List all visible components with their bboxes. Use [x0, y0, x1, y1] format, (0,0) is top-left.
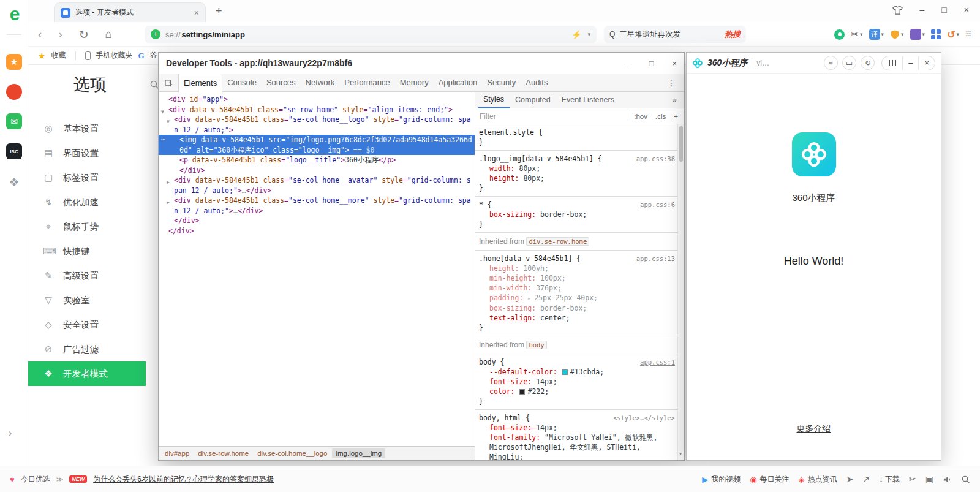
miniapp-close-button[interactable]: ×	[918, 56, 935, 70]
stylesheet-link[interactable]: app.css:6	[640, 200, 675, 210]
miniapp-clover-icon[interactable]: ❖	[6, 174, 22, 190]
devtools-tab-performance[interactable]: Performance	[339, 74, 394, 91]
expand-icon[interactable]: ▸	[527, 295, 534, 301]
hot-search-brand[interactable]: 热搜	[725, 29, 741, 40]
devtools-tab-application[interactable]: Application	[434, 74, 483, 91]
tab-close-icon[interactable]: ×	[194, 8, 199, 18]
twisty-icon[interactable]: ▶	[167, 178, 170, 188]
favorites-sidebar-icon[interactable]: ★	[6, 54, 22, 70]
game-extension[interactable]: ▾	[910, 29, 925, 40]
refresh-icon[interactable]: ↻	[861, 56, 875, 70]
css-property[interactable]: font-family: "Microsoft YaHei", 微软雅黑, Mi…	[479, 433, 675, 460]
twisty-icon[interactable]: ▼	[167, 117, 170, 127]
dom-tree-node[interactable]: </div>	[159, 226, 475, 237]
devtools-close-button[interactable]: ×	[672, 59, 677, 68]
sidebar-tab-computed[interactable]: Computed	[510, 92, 556, 108]
css-property[interactable]: text-align: center;	[479, 313, 675, 323]
search-query[interactable]: 三星堆遗址再次发	[619, 29, 720, 40]
inherited-node-link[interactable]: body	[526, 341, 546, 349]
minimize-button[interactable]: –	[920, 5, 925, 15]
bookmark-item-g[interactable]: 谷	[150, 50, 157, 61]
mobile-favorites-button[interactable]: 手机收藏夹	[96, 50, 133, 61]
forward-icon[interactable]: ›	[58, 28, 62, 41]
security-shield-extension[interactable]: ▾	[890, 29, 904, 40]
stylesheet-link[interactable]: app.css:1	[640, 357, 675, 367]
more-info-link[interactable]: 更多介绍	[687, 423, 941, 434]
css-property[interactable]: color: #222;	[479, 387, 675, 396]
more-menu-icon[interactable]	[882, 56, 902, 70]
strip-expand-icon[interactable]: ›	[9, 428, 12, 439]
devtools-tab-audits[interactable]: Audits	[521, 74, 552, 91]
devtools-tab-security[interactable]: Security	[482, 74, 521, 91]
css-property[interactable]: height: 80px;	[479, 173, 675, 183]
screenshot-icon[interactable]: ✂	[909, 474, 916, 484]
download-button[interactable]: ↓ 下载	[879, 474, 900, 485]
panel-icon[interactable]: ▣	[925, 474, 933, 484]
rule-selector[interactable]: body {	[479, 358, 505, 366]
monitor-icon[interactable]: ▭	[842, 56, 856, 70]
sidebar-tab-event-listeners[interactable]: Event Listeners	[556, 92, 620, 108]
scrollbar-thumb[interactable]	[679, 126, 683, 162]
devtools-tab-sources[interactable]: Sources	[262, 74, 301, 91]
breadcrumb-item[interactable]: img.logo__img	[332, 448, 385, 458]
stylesheet-link[interactable]: app.css:38	[636, 154, 675, 164]
css-property[interactable]: width: 80px;	[479, 164, 675, 173]
url-field[interactable]: + se:// settings/miniapp ⚡ ▾	[145, 26, 597, 43]
search-box[interactable]: Q 三星堆遗址再次发 热搜	[604, 26, 746, 43]
pseudo-toggle-button[interactable]: +	[672, 113, 680, 120]
statusbar-shortcut[interactable]: ◉每日关注	[750, 474, 789, 485]
css-property[interactable]: height: 100vh;	[479, 263, 675, 273]
dom-tree-node[interactable]: ▼<div data-v-584e45b1 class="se-col home…	[159, 115, 475, 135]
home-icon[interactable]: ⌂	[105, 28, 112, 41]
miniapp-titlebar[interactable]: 360小程序 vi… ⌖ ▭ ↻ – ×	[687, 53, 941, 74]
skin-icon[interactable]	[892, 6, 903, 15]
sidebar-overflow-icon[interactable]: »	[673, 96, 682, 104]
green-status-icon[interactable]	[834, 29, 845, 40]
screenshot-extension[interactable]: ✂▾	[851, 29, 862, 40]
inspect-element-icon[interactable]	[162, 78, 176, 87]
scroll-down-icon[interactable]: ▼	[679, 449, 682, 459]
url-dropdown-icon[interactable]: ▾	[587, 31, 590, 37]
settings-menu-item[interactable]: ◇安全设置	[28, 312, 146, 337]
boost-icon[interactable]: ↗	[862, 474, 870, 484]
devtools-titlebar[interactable]: Developer Tools - app://qh13waury22p7m8b…	[159, 53, 684, 74]
miniapp-minimize-button[interactable]: –	[902, 56, 918, 70]
rule-selector[interactable]: element.style {	[479, 128, 543, 137]
maximize-button[interactable]: □	[941, 5, 946, 15]
color-swatch-icon[interactable]	[519, 389, 525, 395]
settings-menu-item[interactable]: ↯优化加速	[28, 190, 146, 214]
twisty-icon[interactable]: ▶	[167, 198, 170, 208]
devtools-minimize-button[interactable]: –	[626, 59, 630, 68]
devtools-maximize-button[interactable]: □	[649, 59, 654, 68]
statusbar-shortcut[interactable]: ▶我的视频	[702, 474, 741, 485]
headline-link[interactable]: 为什么会丢失6岁以前的记忆？心理学家的答案细思恐极	[93, 474, 274, 485]
settings-menu-item[interactable]: ◎基本设置	[28, 116, 146, 141]
settings-menu-item[interactable]: ▢标签设置	[28, 165, 146, 190]
color-swatch-icon[interactable]	[562, 369, 568, 375]
settings-menu-item[interactable]: ▽实验室	[28, 288, 146, 312]
settings-menu-item[interactable]: ✎高级设置	[28, 263, 146, 288]
dom-tree-node[interactable]: ▶<div data-v-584e45b1 class="se-col home…	[159, 175, 475, 195]
dom-tree-node[interactable]: ⋯<img data-v-584e45b1 src="img/logo.png?…	[159, 135, 475, 155]
css-property[interactable]: box-sizing: border-box;	[479, 210, 675, 219]
pseudo-toggle-button[interactable]: .cls	[654, 113, 668, 120]
rule-selector[interactable]: .logo__img[data-v-584e45b1] {	[479, 154, 602, 163]
chevrons-icon[interactable]: ≫	[56, 475, 64, 483]
sidebar-tab-styles[interactable]: Styles	[478, 91, 510, 108]
settings-menu-item[interactable]: ⌖鼠标手势	[28, 214, 146, 239]
mail-icon[interactable]: ✉	[6, 113, 22, 129]
css-property[interactable]: box-sizing: border-box;	[479, 303, 675, 313]
favorites-button[interactable]: 收藏	[51, 50, 66, 61]
settings-menu-item[interactable]: ▤界面设置	[28, 141, 146, 165]
statusbar-shortcut[interactable]: ◈热点资讯	[799, 474, 837, 485]
featured-label[interactable]: 今日优选	[21, 474, 50, 485]
dom-tree-node[interactable]: ▼<div data-v-584e45b1 class="se-row home…	[159, 105, 475, 115]
locate-icon[interactable]: ⌖	[824, 56, 838, 70]
devtools-tab-console[interactable]: Console	[222, 74, 262, 91]
speaker-icon[interactable]	[943, 475, 952, 484]
devtools-tab-network[interactable]: Network	[301, 74, 340, 91]
back-icon[interactable]: ‹	[38, 28, 42, 41]
inherited-node-link[interactable]: div.se-row.home	[526, 237, 589, 246]
close-button[interactable]: ×	[964, 5, 969, 15]
dom-tree-node[interactable]: </div>	[159, 165, 475, 176]
